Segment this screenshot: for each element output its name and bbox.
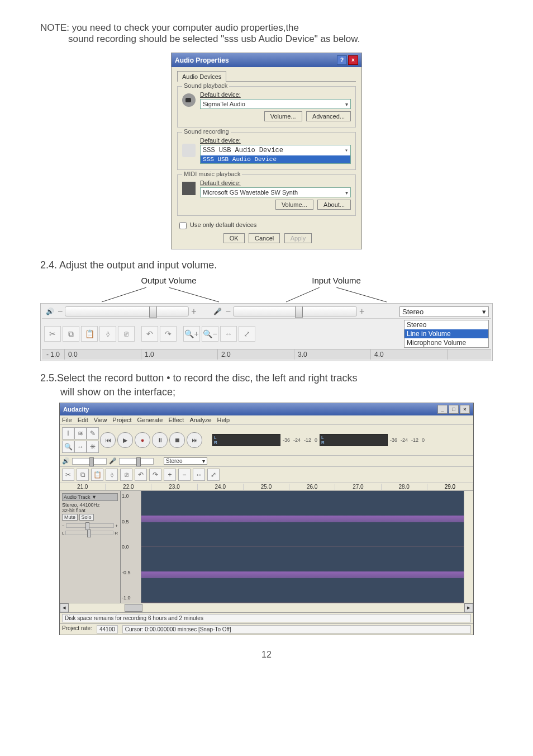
audacity-window: Audacity _ □ × File Edit View Project Ge… (59, 403, 474, 635)
plus-label: + (191, 306, 196, 316)
output-meter-scale: -36-24-120 (283, 437, 317, 443)
mini-output-slider[interactable] (72, 458, 107, 465)
svg-line-1 (169, 287, 219, 302)
zoom-tool-icon[interactable]: 🔍 (62, 441, 74, 453)
zoom-in-icon[interactable]: + (164, 469, 176, 481)
waveform-left[interactable] (141, 491, 464, 546)
scroll-left-icon[interactable]: ◂ (60, 603, 69, 612)
solo-button[interactable]: Solo (79, 514, 94, 521)
recording-device-select[interactable]: SSS USB Audio Device ▾ (200, 145, 351, 156)
ok-button[interactable]: OK (223, 233, 245, 243)
mute-button[interactable]: Mute (62, 514, 78, 521)
menu-view[interactable]: View (94, 417, 107, 423)
input-volume-slider[interactable] (233, 306, 357, 316)
fit-selection-icon[interactable]: ↔ (220, 326, 237, 342)
microphone-icon (182, 144, 196, 157)
use-default-devices-checkbox[interactable] (179, 222, 187, 229)
track-pan-slider[interactable] (65, 531, 113, 535)
envelope-tool-icon[interactable]: ≋ (74, 427, 87, 440)
fit-project-icon[interactable]: ⤢ (207, 469, 220, 481)
menu-project[interactable]: Project (112, 417, 131, 423)
timeshift-tool-icon[interactable]: ↔ (74, 441, 87, 453)
scroll-right-icon[interactable]: ▸ (464, 603, 473, 612)
channel-select-value: Stereo (402, 308, 423, 316)
playback-volume-button[interactable]: Volume... (264, 111, 302, 121)
close-icon[interactable]: × (348, 55, 358, 65)
chevron-down-icon: ▾ (345, 190, 348, 196)
cancel-button[interactable]: Cancel (249, 233, 280, 243)
menu-file[interactable]: File (62, 417, 72, 423)
midi-icon (182, 182, 196, 195)
input-source-dropdown[interactable]: Stereo Line in Volume Microphone Volume (404, 320, 489, 348)
channel-select[interactable]: Stereo ▾ (399, 306, 489, 317)
volume-slider-panel: 🔊 − + 🎤 − + Stereo ▾ ✂ ⧉ 📋 ⎀ ⎚ ↶ ↷ 🔍+ 🔍−… (40, 303, 493, 361)
recording-device-highlight[interactable]: SSS USB Audio Device (200, 155, 351, 164)
selection-tool-icon[interactable]: I (62, 427, 74, 440)
input-slider-thumb[interactable] (295, 306, 303, 318)
multi-tool-icon[interactable]: ✳ (87, 441, 99, 453)
trim-icon[interactable]: ⎀ (99, 326, 116, 342)
midi-volume-button[interactable]: Volume... (275, 200, 313, 210)
fit-project-icon[interactable]: ⤢ (239, 326, 255, 342)
zoom-out-icon[interactable]: − (178, 469, 191, 481)
zoom-in-icon[interactable]: 🔍+ (183, 326, 200, 342)
dropdown-option-stereo[interactable]: Stereo (404, 320, 488, 329)
paste-icon[interactable]: 📋 (91, 469, 103, 481)
channel-mini-select[interactable]: Stereo▾ (164, 457, 207, 465)
output-volume-slider[interactable] (65, 306, 189, 316)
maximize-icon[interactable]: □ (449, 405, 459, 414)
menu-effect[interactable]: Effect (168, 417, 184, 423)
midi-about-button[interactable]: About... (317, 200, 351, 210)
paste-icon[interactable]: 📋 (81, 326, 98, 342)
track-name[interactable]: Audio Track ▼ (62, 493, 118, 501)
dropdown-option-mic[interactable]: Microphone Volume (404, 338, 488, 347)
menu-analyze[interactable]: Analyze (189, 417, 211, 423)
menu-help[interactable]: Help (217, 417, 230, 423)
menu-generate[interactable]: Generate (137, 417, 163, 423)
chevron-down-icon: ▾ (345, 101, 348, 107)
fit-selection-icon[interactable]: ↔ (193, 469, 205, 481)
redo-icon[interactable]: ↷ (160, 326, 177, 342)
project-rate-value[interactable]: 44100 (97, 625, 118, 634)
zoom-out-icon[interactable]: 🔍− (202, 326, 218, 342)
copy-icon[interactable]: ⧉ (63, 326, 79, 342)
scroll-thumb[interactable] (125, 604, 142, 612)
playback-device-select[interactable]: SigmaTel Audio ▾ (200, 99, 351, 109)
skip-end-icon[interactable]: ⏭ (187, 432, 202, 448)
silence-icon[interactable]: ⎚ (120, 469, 132, 481)
track-gain-slider[interactable] (66, 523, 115, 528)
cut-icon[interactable]: ✂ (62, 469, 74, 481)
horizontal-scrollbar[interactable]: ◂ ▸ (60, 603, 473, 612)
mini-input-slider[interactable] (119, 458, 154, 465)
trim-icon[interactable]: ⎀ (106, 469, 118, 481)
undo-icon[interactable]: ↶ (141, 326, 158, 342)
tab-audio-devices[interactable]: Audio Devices (177, 71, 226, 82)
waveform-right[interactable] (141, 547, 464, 602)
group-label-playback: Sound playback (182, 82, 229, 89)
record-icon[interactable]: ● (135, 432, 150, 448)
silence-icon[interactable]: ⎚ (118, 326, 135, 342)
timeline-cell: 27.0 (335, 484, 381, 490)
redo-icon[interactable]: ↷ (149, 469, 161, 481)
cut-icon[interactable]: ✂ (44, 326, 61, 342)
skip-start-icon[interactable]: ⏮ (100, 432, 116, 448)
output-slider-thumb[interactable] (149, 306, 157, 318)
playback-device-value: SigmaTel Audio (203, 101, 245, 107)
pan-r-label: R (115, 531, 118, 536)
help-icon[interactable]: ? (337, 55, 347, 65)
pause-icon[interactable]: ⏸ (152, 432, 168, 448)
midi-device-select[interactable]: Microsoft GS Wavetable SW Synth ▾ (200, 187, 351, 197)
play-icon[interactable]: ▶ (117, 432, 133, 448)
close-icon[interactable]: × (460, 405, 470, 414)
playback-advanced-button[interactable]: Advanced... (306, 111, 351, 121)
minimize-icon[interactable]: _ (437, 405, 448, 414)
dropdown-option-line-in[interactable]: Line in Volume (404, 329, 488, 338)
menu-edit[interactable]: Edit (78, 417, 88, 423)
timeline-cell: 26.0 (289, 484, 335, 490)
draw-tool-icon[interactable]: ✎ (87, 427, 99, 440)
vertical-scrollbar[interactable] (464, 491, 473, 603)
stop-icon[interactable]: ⏹ (169, 432, 185, 448)
copy-icon[interactable]: ⧉ (77, 469, 89, 481)
undo-icon[interactable]: ↶ (135, 469, 147, 481)
timeline-cell: 24.0 (198, 484, 244, 490)
